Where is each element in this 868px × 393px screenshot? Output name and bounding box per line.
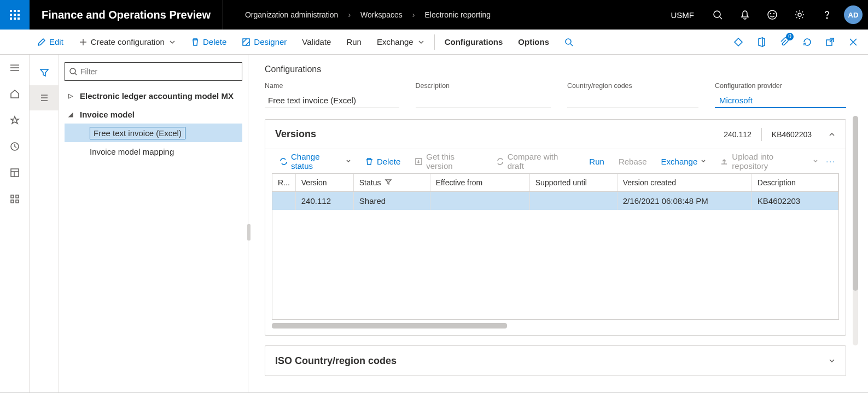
- refresh-icon: [802, 37, 812, 47]
- cell-version: 240.112: [295, 192, 353, 210]
- svg-rect-7: [14, 17, 16, 20]
- svg-rect-4: [14, 14, 16, 16]
- section-title: Configurations: [265, 64, 846, 74]
- field-value[interactable]: Free text invoice (Excel): [265, 93, 399, 108]
- svg-rect-0: [10, 10, 12, 12]
- svg-rect-8: [18, 17, 20, 20]
- notifications-button[interactable]: [731, 0, 759, 30]
- col-effective[interactable]: Effective from: [430, 174, 529, 192]
- edit-button[interactable]: Edit: [30, 30, 71, 54]
- breadcrumb-item[interactable]: Workspaces: [360, 10, 403, 19]
- search-icon: [69, 68, 77, 75]
- change-status-button[interactable]: Change status: [273, 152, 358, 171]
- app-title: Finance and Operations Preview: [30, 0, 223, 30]
- tree-node[interactable]: Invoice model mapping: [65, 142, 242, 161]
- delete-button[interactable]: Delete: [183, 30, 234, 54]
- tree-filter-box[interactable]: [65, 62, 242, 81]
- find-button[interactable]: [557, 30, 581, 54]
- versions-delete-button[interactable]: Delete: [359, 157, 407, 166]
- user-avatar[interactable]: AD: [844, 5, 863, 24]
- nav-workspaces[interactable]: [8, 166, 21, 179]
- feedback-button[interactable]: [759, 0, 786, 30]
- versions-header[interactable]: Versions 240.112 KB4602203: [265, 120, 846, 149]
- nav-recent[interactable]: [8, 140, 21, 153]
- svg-rect-36: [11, 200, 14, 203]
- tree-node-label: Electronic ledger accounting model MX: [80, 91, 234, 101]
- scrollbar-thumb[interactable]: [272, 323, 507, 329]
- designer-button[interactable]: Designer: [234, 30, 294, 54]
- tree-filter-input[interactable]: [80, 67, 237, 76]
- close-button[interactable]: [842, 30, 865, 54]
- detail-v-scrollbar[interactable]: [853, 116, 858, 345]
- filter-toggle[interactable]: [30, 60, 59, 85]
- versions-exchange-menu[interactable]: Exchange: [655, 157, 713, 166]
- office-button[interactable]: [750, 30, 773, 54]
- pencil-icon: [37, 38, 46, 46]
- divider: [434, 34, 435, 50]
- create-configuration-button[interactable]: Create configuration: [71, 30, 183, 54]
- designer-label: Designer: [254, 37, 287, 46]
- svg-rect-1: [14, 10, 16, 12]
- validate-button[interactable]: Validate: [294, 30, 339, 54]
- search-button[interactable]: [704, 0, 731, 30]
- col-created[interactable]: Version created: [617, 174, 752, 192]
- versions-summary-desc: KB4602203: [772, 130, 812, 139]
- versions-toolbar: Change status Delete Get this version Co…: [265, 149, 846, 173]
- versions-more-button[interactable]: ···: [826, 157, 838, 166]
- table-row[interactable]: 240.112 Shared 2/16/2021 06:08:48 PM KB4…: [272, 192, 838, 210]
- popout-button[interactable]: [819, 30, 842, 54]
- left-nav-rail: [0, 55, 30, 393]
- col-version[interactable]: Version: [295, 174, 353, 192]
- chevron-up-icon[interactable]: [828, 131, 836, 138]
- nav-home[interactable]: [8, 87, 21, 101]
- chevron-down-icon: [346, 159, 351, 164]
- home-icon: [10, 89, 20, 99]
- workspace-icon: [10, 168, 20, 178]
- svg-rect-37: [16, 200, 19, 203]
- search-icon: [713, 10, 723, 20]
- nav-hamburger[interactable]: [8, 61, 21, 74]
- col-description[interactable]: Description: [752, 174, 838, 192]
- divider: [761, 128, 762, 141]
- field-value[interactable]: [567, 93, 698, 108]
- versions-card: Versions 240.112 KB4602203 Change status…: [265, 119, 846, 336]
- breadcrumb-item[interactable]: Organization administration: [245, 10, 338, 19]
- settings-button[interactable]: [786, 0, 813, 30]
- grid-h-scrollbar[interactable]: [272, 323, 839, 329]
- upload-icon: [720, 157, 729, 166]
- versions-run-button[interactable]: Run: [582, 157, 611, 166]
- nav-favorites[interactable]: [8, 114, 21, 127]
- field-value-link[interactable]: Microsoft: [715, 93, 846, 108]
- svg-rect-6: [10, 17, 12, 20]
- field-value[interactable]: [416, 93, 551, 108]
- refresh-button[interactable]: [796, 30, 819, 54]
- svg-point-12: [771, 14, 771, 14]
- list-toggle[interactable]: [30, 85, 59, 110]
- svg-point-9: [714, 11, 720, 17]
- breadcrumb-item[interactable]: Electronic reporting: [425, 10, 491, 19]
- options-tab[interactable]: Options: [510, 30, 557, 54]
- tree-node[interactable]: ◢ Invoice model: [65, 105, 242, 124]
- col-supported[interactable]: Supported until: [529, 174, 617, 192]
- scrollbar-thumb[interactable]: [853, 116, 858, 291]
- delete-label: Delete: [203, 37, 226, 46]
- col-r[interactable]: R...: [272, 174, 295, 192]
- col-status[interactable]: Status: [353, 174, 430, 192]
- diamond-button[interactable]: [727, 30, 750, 54]
- iso-header[interactable]: ISO Country/region codes: [265, 346, 846, 376]
- tree-node[interactable]: ▷ Electronic ledger accounting model MX: [65, 86, 242, 105]
- nav-modules[interactable]: [8, 192, 21, 206]
- tree-node-selected[interactable]: Free text invoice (Excel): [65, 124, 242, 142]
- run-button[interactable]: Run: [339, 30, 369, 54]
- rebase-button: Rebase: [612, 157, 654, 166]
- configurations-tab[interactable]: Configurations: [437, 30, 511, 54]
- app-launcher-button[interactable]: [0, 0, 30, 30]
- attachments-button[interactable]: 0: [773, 30, 796, 54]
- help-button[interactable]: [813, 0, 841, 30]
- chevron-down-icon[interactable]: [828, 357, 836, 365]
- cell-r: [272, 192, 295, 210]
- company-picker[interactable]: USMF: [661, 10, 704, 20]
- panel-mode-strip: [30, 55, 59, 393]
- designer-icon: [242, 38, 251, 46]
- exchange-menu[interactable]: Exchange: [369, 30, 432, 54]
